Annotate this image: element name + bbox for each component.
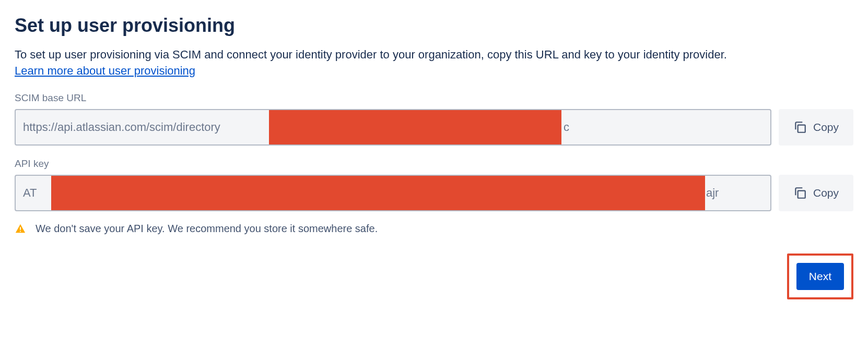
footer: Next	[15, 254, 853, 299]
scim-url-value-prefix: https://api.atlassian.com/scim/directory	[23, 120, 220, 134]
learn-more-link[interactable]: Learn more about user provisioning	[15, 64, 195, 78]
api-key-input[interactable]: AT ajr	[15, 175, 771, 211]
warning-icon	[15, 223, 26, 235]
copy-scim-url-label: Copy	[813, 121, 839, 134]
scim-url-label: SCIM base URL	[15, 92, 853, 104]
svg-rect-2	[20, 227, 21, 230]
scim-url-field-group: SCIM base URL https://api.atlassian.com/…	[15, 92, 853, 146]
api-key-value-prefix: AT	[23, 186, 37, 200]
copy-api-key-button[interactable]: Copy	[779, 175, 853, 211]
next-button-highlight: Next	[787, 254, 853, 299]
copy-api-key-label: Copy	[813, 187, 839, 199]
scim-url-redaction	[269, 110, 561, 146]
svg-rect-3	[20, 231, 21, 232]
api-key-label: API key	[15, 158, 853, 170]
api-key-field-group: API key AT ajr Copy	[15, 158, 853, 211]
scim-url-value-suffix: c	[564, 120, 569, 134]
next-button[interactable]: Next	[796, 263, 844, 290]
warning-text: We don't save your API key. We recommend…	[36, 223, 378, 235]
warning-message: We don't save your API key. We recommend…	[15, 223, 853, 235]
svg-rect-1	[798, 191, 805, 198]
api-key-redaction	[51, 175, 705, 211]
api-key-value-suffix: ajr	[706, 186, 719, 200]
copy-icon	[793, 186, 807, 200]
page-title: Set up user provisioning	[15, 15, 853, 37]
scim-url-input[interactable]: https://api.atlassian.com/scim/directory…	[15, 109, 771, 146]
page-description: To set up user provisioning via SCIM and…	[15, 46, 853, 63]
copy-scim-url-button[interactable]: Copy	[779, 109, 853, 146]
copy-icon	[793, 120, 807, 134]
svg-rect-0	[798, 125, 805, 132]
